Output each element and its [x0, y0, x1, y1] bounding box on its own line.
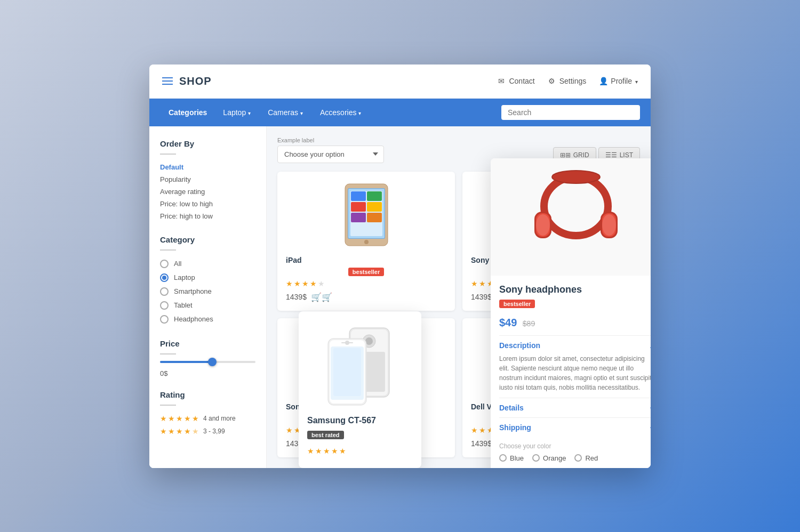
order-by-popularity[interactable]: Popularity [160, 173, 255, 186]
order-by-price-low[interactable]: Price: low to high [160, 198, 255, 210]
order-by-default[interactable]: Default [160, 161, 255, 173]
star4: ★ [184, 427, 191, 436]
category-all[interactable]: All [160, 257, 255, 271]
product-price-ipad: 1439$ 🛒 [286, 292, 332, 302]
profile-chevron-icon [635, 77, 638, 85]
accessories-nav-item[interactable]: Accesories [313, 99, 369, 126]
category-laptop[interactable]: Laptop [160, 271, 255, 285]
stars-3to4: ★ ★ ★ ★ ★ [160, 427, 199, 436]
search-input[interactable] [508, 108, 634, 117]
radio-headphones [160, 315, 169, 324]
navbar: SHOP Contact Settings Profile [149, 65, 651, 99]
color-chooser-label: Choose your color [499, 442, 651, 450]
price-section: Price 0$ [160, 339, 255, 377]
categories-button[interactable]: Categories [160, 99, 215, 126]
detail-image-area [491, 158, 651, 276]
hamburger-icon[interactable] [162, 77, 173, 85]
color-radio-orange [532, 454, 540, 462]
shipping-header[interactable]: Shipping [499, 423, 651, 432]
description-header[interactable]: Description [499, 341, 651, 350]
shipping-chevron-icon [650, 423, 651, 432]
accessories-chevron-icon [358, 108, 361, 117]
cart-icon-ipad[interactable]: 🛒 [311, 292, 332, 302]
radio-laptop [160, 273, 169, 282]
svg-rect-7 [351, 202, 366, 212]
order-by-avg-rating[interactable]: Average rating [160, 186, 255, 198]
description-accordion: Description Lorem ipsum dolor sit amet, … [499, 335, 651, 398]
rating-3to4[interactable]: ★ ★ ★ ★ ★ 3 - 3,99 [160, 425, 255, 438]
price-value: 0$ [160, 369, 255, 377]
search-container [501, 105, 640, 120]
category-tablet[interactable]: Tablet [160, 299, 255, 312]
price-slider-thumb[interactable] [208, 358, 217, 366]
cat-nav: Laptop Cameras Accesories [215, 99, 501, 126]
color-options: Blue Orange Red [499, 454, 651, 462]
order-by-price-high[interactable]: Price: high to low [160, 210, 255, 222]
svg-rect-8 [367, 202, 382, 212]
star2: ★ [168, 427, 175, 436]
samsung-stars: ★★★★★ [307, 447, 413, 455]
detail-price-old: $89 [523, 319, 535, 328]
detail-title: Sony headphones [499, 284, 651, 295]
price-slider-fill [160, 361, 212, 363]
svg-rect-50 [333, 348, 361, 396]
gear-icon [548, 77, 556, 85]
svg-point-3 [364, 240, 369, 244]
color-radio-blue [499, 454, 507, 462]
radio-all [160, 260, 169, 268]
color-blue[interactable]: Blue [499, 454, 524, 462]
price-slider-track[interactable] [160, 361, 255, 363]
star4: ★ [184, 414, 191, 423]
color-orange[interactable]: Orange [532, 454, 566, 462]
star3: ★ [176, 414, 183, 423]
filter-select[interactable]: Choose your option Price: Low to High Pr… [277, 146, 384, 163]
category-headphones[interactable]: Headphones [160, 312, 255, 326]
rating-section: Rating ★ ★ ★ ★ ★ 4 and more ★ ★ [160, 390, 255, 438]
details-chevron-icon [650, 404, 651, 412]
star2: ★ [168, 414, 175, 423]
detail-price-current: $49 [499, 317, 517, 328]
detail-badge: bestseller [499, 299, 651, 311]
cameras-chevron-icon [300, 108, 303, 117]
badge-ipad: bestseller [348, 268, 384, 276]
filter-wrapper: Example label Choose your option Price: … [277, 137, 384, 163]
laptop-chevron-icon [248, 108, 251, 117]
star1: ★ [160, 427, 167, 436]
order-by-divider [160, 154, 176, 155]
svg-point-41 [602, 214, 616, 236]
order-by-title: Order By [160, 139, 255, 148]
samsung-img-area [307, 320, 413, 410]
samsung-name: Samsung CT-567 [307, 416, 413, 425]
svg-rect-6 [367, 191, 382, 201]
svg-rect-10 [367, 213, 382, 222]
category-bar: Categories Laptop Cameras Accesories [149, 99, 651, 126]
star5: ★ [192, 414, 199, 423]
svg-point-34 [544, 177, 608, 236]
browser-window: SHOP Contact Settings Profile Categories… [149, 65, 651, 468]
star3: ★ [176, 427, 183, 436]
product-card-ipad[interactable]: iPad bestseller ★★★★★ 1439$ 🛒 [277, 172, 455, 311]
category-smartphone[interactable]: Smartphone [160, 285, 255, 299]
samsung-badge: best rated [307, 431, 344, 439]
user-icon [599, 77, 607, 85]
color-red[interactable]: Red [574, 454, 598, 462]
samsung-card[interactable]: Samsung CT-567 best rated ★★★★★ [299, 311, 421, 468]
contact-link[interactable]: Contact [497, 77, 534, 85]
star5-half: ★ [192, 427, 199, 436]
price-title: Price [160, 339, 255, 348]
detail-price: $49 $89 [499, 317, 651, 329]
sidebar: Order By Default Popularity Average rati… [149, 126, 267, 468]
settings-link[interactable]: Settings [548, 77, 587, 85]
radio-inner [162, 276, 166, 280]
navbar-right: Contact Settings Profile [497, 77, 638, 85]
star1: ★ [160, 414, 167, 423]
description-chevron-icon [650, 341, 651, 350]
laptop-nav-item[interactable]: Laptop [215, 99, 258, 126]
details-header[interactable]: Details [499, 404, 651, 412]
svg-rect-9 [351, 213, 366, 222]
profile-link[interactable]: Profile [599, 77, 638, 85]
grid-icon: ⊞ [560, 151, 571, 159]
details-accordion: Details [499, 398, 651, 417]
rating-4plus[interactable]: ★ ★ ★ ★ ★ 4 and more [160, 412, 255, 425]
cameras-nav-item[interactable]: Cameras [260, 99, 310, 126]
